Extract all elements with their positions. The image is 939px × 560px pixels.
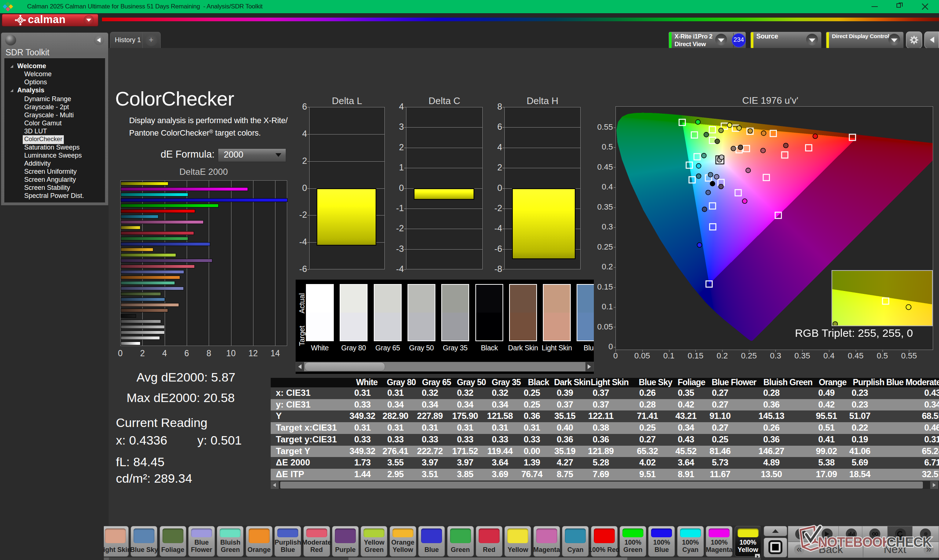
svg-text:CHECK: CHECK — [887, 535, 932, 550]
svg-text:NOTEBOOK: NOTEBOOK — [818, 535, 892, 550]
